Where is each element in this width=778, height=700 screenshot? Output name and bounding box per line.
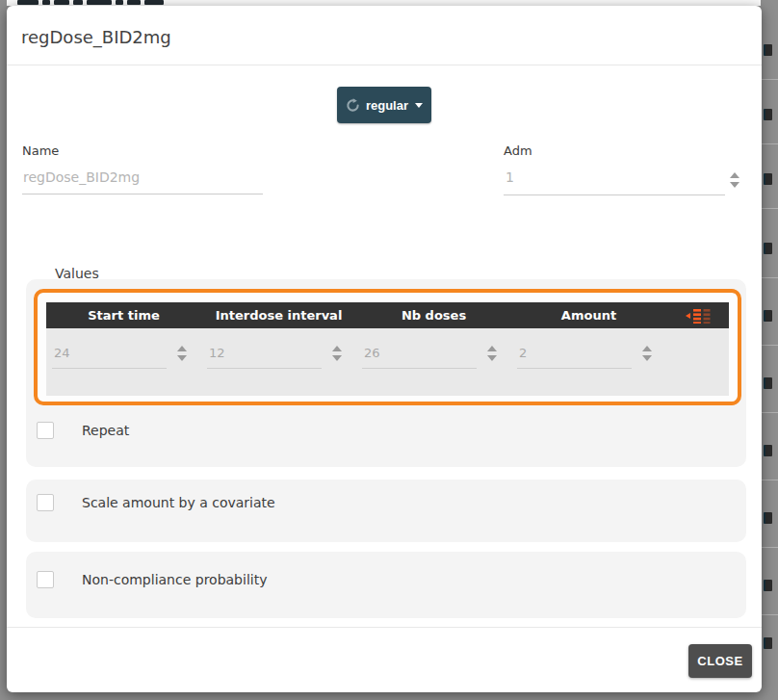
adm-field-label: Adm (504, 143, 532, 158)
name-input-underline (22, 194, 263, 194)
amount-cell: 2 (511, 346, 666, 396)
interdose-interval-input[interactable]: 12 (207, 346, 322, 369)
adm-stepper[interactable] (729, 167, 740, 194)
scale-amount-checkbox[interactable] (37, 494, 54, 511)
stepper-up-icon[interactable] (487, 346, 497, 351)
non-compliance-panel: Non-compliance probability (26, 552, 746, 618)
background-row-item (764, 243, 772, 254)
start-time-stepper[interactable] (176, 346, 188, 361)
dialog-header: regDose_BID2mg (7, 6, 762, 65)
dose-type-label: regular (366, 98, 408, 113)
stepper-up-icon[interactable] (177, 346, 187, 351)
column-header-amount: Amount (511, 308, 666, 323)
stepper-up-icon[interactable] (332, 346, 342, 351)
non-compliance-checkbox[interactable] (37, 571, 54, 588)
start-time-cell: 24 (46, 346, 201, 396)
stepper-down-icon[interactable] (730, 182, 739, 188)
repeat-checkbox-row: Repeat (37, 422, 129, 439)
dialog-title: regDose_BID2mg (21, 27, 171, 47)
values-table-row: 24 12 26 (46, 328, 729, 396)
name-field-label: Name (22, 143, 59, 158)
background-row-divider (761, 480, 778, 480)
values-panel: Start time Interdose interval Nb doses A… (26, 279, 746, 467)
column-header-interdose-interval: Interdose interval (201, 308, 356, 323)
background-row-divider (761, 208, 778, 209)
background-row-divider (761, 143, 778, 144)
background-row-divider (761, 412, 778, 413)
adm-input[interactable]: 1 (506, 169, 514, 185)
background-row-item (764, 637, 772, 649)
name-input[interactable]: regDose_BID2mg (23, 169, 140, 185)
stepper-up-icon[interactable] (642, 346, 652, 351)
empty-icon-column-cell (666, 346, 729, 396)
screen: regDose_BID2mg regular Name regDose_BID2… (0, 0, 778, 700)
non-compliance-label: Non-compliance probability (82, 572, 267, 587)
background-row-item (764, 310, 772, 322)
background-row-divider (761, 277, 778, 278)
nb-doses-stepper[interactable] (486, 346, 498, 361)
scale-amount-label: Scale amount by a covariate (82, 495, 275, 510)
nb-doses-cell: 26 (356, 346, 511, 396)
scale-amount-panel: Scale amount by a covariate (26, 480, 746, 542)
background-row-divider (761, 345, 778, 346)
chevron-down-icon (415, 103, 423, 108)
amount-input[interactable]: 2 (517, 346, 632, 369)
values-table: Start time Interdose interval Nb doses A… (34, 289, 741, 405)
dialog-footer: CLOSE (7, 627, 762, 692)
background-right-strip (761, 0, 778, 700)
column-header-nb-doses: Nb doses (356, 308, 511, 323)
stepper-down-icon[interactable] (332, 355, 342, 361)
values-table-header: Start time Interdose interval Nb doses A… (46, 302, 729, 328)
refresh-icon (346, 98, 360, 113)
amount-stepper[interactable] (641, 346, 653, 361)
non-compliance-checkbox-row: Non-compliance probability (37, 571, 267, 588)
background-row-divider (761, 79, 778, 80)
nb-doses-input[interactable]: 26 (362, 346, 477, 369)
collapse-columns-icon[interactable] (666, 308, 729, 324)
background-row-divider (761, 614, 778, 615)
interdose-interval-stepper[interactable] (331, 346, 343, 361)
repeat-checkbox[interactable] (37, 422, 54, 439)
background-row-item (764, 109, 772, 120)
background-row-item (764, 580, 772, 591)
background-row-divider (761, 547, 778, 548)
start-time-input[interactable]: 24 (52, 346, 167, 369)
stepper-up-icon[interactable] (730, 172, 739, 178)
background-row-item (764, 377, 772, 389)
column-header-start-time: Start time (46, 308, 201, 323)
background-row-item (764, 173, 772, 185)
stepper-down-icon[interactable] (642, 355, 652, 361)
dose-type-dropdown-button[interactable]: regular (337, 87, 431, 123)
scale-amount-checkbox-row: Scale amount by a covariate (37, 494, 275, 511)
background-row-item (764, 44, 772, 56)
background-row-item (764, 445, 772, 456)
interdose-interval-cell: 12 (201, 346, 356, 396)
repeat-label: Repeat (82, 423, 129, 438)
background-row-item (764, 512, 772, 524)
stepper-down-icon[interactable] (177, 355, 187, 361)
stepper-down-icon[interactable] (487, 355, 497, 361)
adm-input-underline (504, 194, 725, 195)
dose-regimen-dialog: regDose_BID2mg regular Name regDose_BID2… (7, 6, 762, 692)
close-button[interactable]: CLOSE (688, 644, 752, 678)
